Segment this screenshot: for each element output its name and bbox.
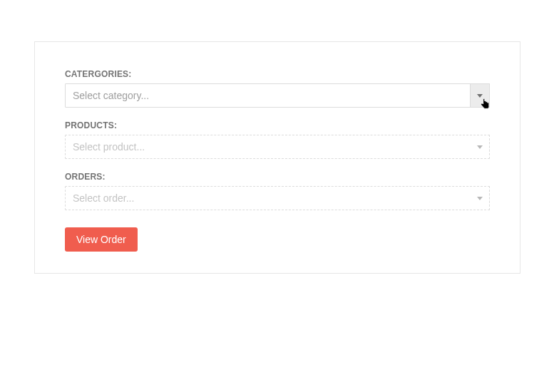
categories-label: CATERGORIES: xyxy=(65,69,490,79)
categories-select[interactable]: Select category... xyxy=(65,83,490,108)
products-label: PRODUCTS: xyxy=(65,120,490,130)
categories-dropdown-button[interactable] xyxy=(470,83,490,108)
select-field: Select category... xyxy=(65,83,490,108)
chevron-down-icon xyxy=(477,197,483,200)
orders-label: ORDERS: xyxy=(65,172,490,182)
orders-group: ORDERS: Select order... xyxy=(65,172,490,210)
products-placeholder: Select product... xyxy=(73,141,145,153)
orders-select: Select order... xyxy=(65,186,490,210)
categories-placeholder: Select category... xyxy=(73,90,149,101)
select-field: Select product... xyxy=(65,135,490,159)
products-select: Select product... xyxy=(65,135,490,159)
products-dropdown-button xyxy=(470,135,490,159)
orders-placeholder: Select order... xyxy=(73,192,134,204)
categories-group: CATERGORIES: Select category... xyxy=(65,69,490,108)
orders-dropdown-button xyxy=(470,186,490,210)
select-field: Select order... xyxy=(65,186,490,210)
view-order-button[interactable]: View Order xyxy=(65,227,138,252)
chevron-down-icon xyxy=(477,94,483,98)
products-group: PRODUCTS: Select product... xyxy=(65,120,490,159)
chevron-down-icon xyxy=(477,145,483,149)
form-card: CATERGORIES: Select category... PRODUCTS… xyxy=(34,41,520,274)
